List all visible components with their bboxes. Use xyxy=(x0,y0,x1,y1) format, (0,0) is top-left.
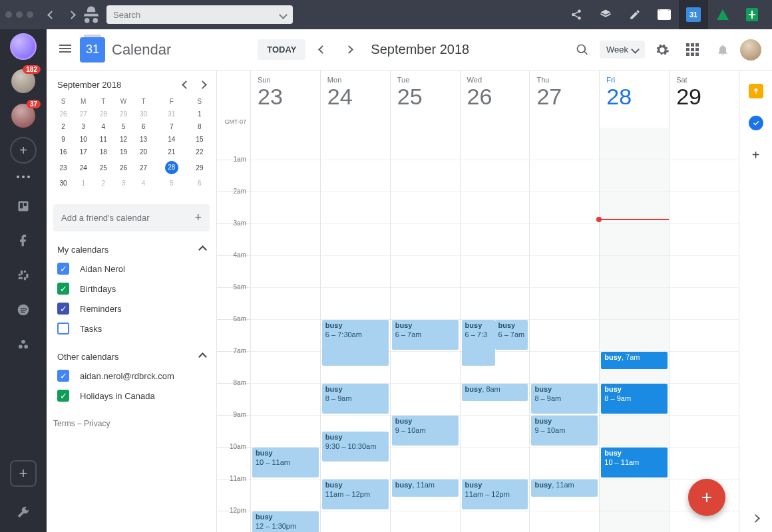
search-icon[interactable] xyxy=(570,38,594,62)
mini-day[interactable]: 13 xyxy=(134,133,154,146)
workspace-avatar-2[interactable]: 182 xyxy=(10,68,37,94)
calendar-item[interactable]: ✓Holidays in Canada xyxy=(53,386,210,406)
event[interactable]: busy8 – 9am xyxy=(531,384,598,414)
add-workspace-button[interactable]: + xyxy=(10,137,37,164)
gsheets-icon[interactable] xyxy=(737,0,767,29)
layers-icon[interactable] xyxy=(591,0,620,29)
mini-day[interactable]: 11 xyxy=(93,133,113,146)
mini-day[interactable]: 28 xyxy=(154,158,190,177)
calendar-item[interactable]: ✓Tasks xyxy=(53,319,210,338)
day-column[interactable]: busy6 – 7ambusy9 – 10ambusy, 11am xyxy=(390,128,460,532)
mini-day[interactable]: 7 xyxy=(154,120,190,133)
event[interactable]: busy8 – 9am xyxy=(322,384,389,414)
day-header[interactable]: Mon24 xyxy=(320,70,390,128)
my-calendars-toggle[interactable]: My calendars xyxy=(53,241,210,259)
event[interactable]: busy9:30 – 10:30am xyxy=(322,432,389,462)
event[interactable]: busy, 11am xyxy=(531,479,598,497)
workspace-avatar-3[interactable]: 37 xyxy=(10,102,37,129)
checkbox-icon[interactable]: ✓ xyxy=(57,283,69,295)
mini-calendar[interactable]: SMTWTFS 26272829303112345678910111213141… xyxy=(53,95,210,190)
mini-day[interactable]: 3 xyxy=(73,120,93,133)
mini-day[interactable]: 28 xyxy=(93,108,113,120)
mini-day[interactable]: 2 xyxy=(53,120,73,133)
event[interactable]: busy12 – 1:30pm xyxy=(252,511,319,532)
mini-day[interactable]: 27 xyxy=(73,108,93,120)
terms-link[interactable]: Terms xyxy=(53,419,75,428)
mini-day[interactable]: 31 xyxy=(154,108,190,120)
mini-next-button[interactable] xyxy=(200,80,206,90)
gmail-icon[interactable] xyxy=(650,0,679,29)
mini-day[interactable]: 21 xyxy=(154,146,190,158)
mini-day[interactable]: 22 xyxy=(190,146,210,158)
keep-icon[interactable] xyxy=(749,84,763,98)
mini-day[interactable]: 20 xyxy=(134,146,154,158)
day-header[interactable]: Sun23 xyxy=(250,70,320,128)
event[interactable]: busy6 – 7am xyxy=(495,320,528,350)
day-header[interactable]: Fri28 xyxy=(599,70,669,128)
mini-day[interactable]: 10 xyxy=(73,133,93,146)
calendar-item[interactable]: ✓Reminders xyxy=(53,299,210,319)
event[interactable]: busy9 – 10am xyxy=(531,416,598,446)
add-app-button[interactable]: + xyxy=(10,460,37,487)
event[interactable]: busy6 – 7:30am xyxy=(322,320,389,366)
tasks-icon[interactable] xyxy=(749,116,763,130)
nav-back-button[interactable] xyxy=(41,5,61,25)
mini-day[interactable]: 24 xyxy=(73,158,93,177)
event[interactable]: busy, 7am xyxy=(601,352,668,369)
mini-day[interactable]: 27 xyxy=(134,158,154,177)
other-calendars-toggle[interactable]: Other calendars xyxy=(53,348,210,366)
mini-day[interactable]: 30 xyxy=(134,108,154,120)
mini-day[interactable]: 4 xyxy=(93,120,113,133)
mini-day[interactable]: 6 xyxy=(134,120,154,133)
calendar-item[interactable]: ✓Aidan Nerol xyxy=(53,259,210,279)
mini-prev-button[interactable] xyxy=(183,80,189,90)
event[interactable]: busy, 11am xyxy=(392,479,459,497)
day-column[interactable]: busy, 7ambusy8 – 9ambusy10 – 11am xyxy=(599,128,669,532)
mini-day[interactable]: 5 xyxy=(113,120,133,133)
day-header[interactable]: Tue25 xyxy=(390,70,460,128)
day-column[interactable]: busy6 – 7:3busy6 – 7ambusy, 8ambusy11am … xyxy=(460,128,530,532)
rail-more-icon[interactable] xyxy=(17,176,30,178)
mini-day[interactable]: 1 xyxy=(190,108,210,120)
day-header[interactable]: Wed26 xyxy=(460,70,530,128)
gear-icon[interactable] xyxy=(650,38,674,62)
mini-day[interactable]: 19 xyxy=(113,146,133,158)
privacy-link[interactable]: Privacy xyxy=(84,419,110,428)
nav-forward-button[interactable] xyxy=(61,5,81,25)
notifications-icon[interactable] xyxy=(711,38,735,62)
event[interactable]: busy8 – 9am xyxy=(601,384,668,414)
app-logo[interactable]: 31 Calendar xyxy=(80,37,171,63)
checkbox-icon[interactable]: ✓ xyxy=(57,323,69,334)
trello-icon[interactable] xyxy=(10,193,37,219)
mini-day[interactable]: 16 xyxy=(53,146,73,158)
days-columns[interactable]: busy10 – 11ambusy12 – 1:30pmbusy6 – 7:30… xyxy=(250,128,739,532)
mini-day[interactable]: 8 xyxy=(190,120,210,133)
mini-day[interactable]: 18 xyxy=(93,146,113,158)
mini-day[interactable]: 4 xyxy=(134,177,154,190)
mini-day[interactable]: 25 xyxy=(93,158,113,177)
apps-grid-icon[interactable] xyxy=(686,43,699,56)
view-selector[interactable]: Week xyxy=(600,41,645,59)
calendar-item[interactable]: ✓aidan.nerol@rdbrck.com xyxy=(53,366,210,386)
calendar-item[interactable]: ✓Birthdays xyxy=(53,279,210,299)
mini-day[interactable]: 9 xyxy=(53,133,73,146)
mini-day[interactable]: 6 xyxy=(190,177,210,190)
window-controls[interactable] xyxy=(5,11,33,18)
event[interactable]: busy10 – 11am xyxy=(601,448,668,477)
today-button[interactable]: TODAY xyxy=(258,39,305,60)
mini-day[interactable]: 3 xyxy=(113,177,133,190)
add-panel-icon[interactable]: + xyxy=(749,148,763,162)
day-column[interactable]: busy10 – 11ambusy12 – 1:30pm xyxy=(250,128,320,532)
checkbox-icon[interactable]: ✓ xyxy=(57,263,69,275)
mini-day[interactable]: 29 xyxy=(113,108,133,120)
day-column[interactable]: busy6 – 7:30ambusy8 – 9ambusy9:30 – 10:3… xyxy=(320,128,390,532)
mini-day[interactable]: 2 xyxy=(93,177,113,190)
gdrive-icon[interactable] xyxy=(708,0,737,29)
expand-panel-icon[interactable] xyxy=(753,512,759,524)
spotify-icon[interactable] xyxy=(10,297,37,323)
event[interactable]: busy6 – 7am xyxy=(392,320,459,350)
asana-icon[interactable] xyxy=(10,331,37,358)
event[interactable]: busy11am – 12pm xyxy=(322,479,389,509)
search-input[interactable]: Search xyxy=(106,5,293,24)
share-icon[interactable] xyxy=(562,0,591,29)
